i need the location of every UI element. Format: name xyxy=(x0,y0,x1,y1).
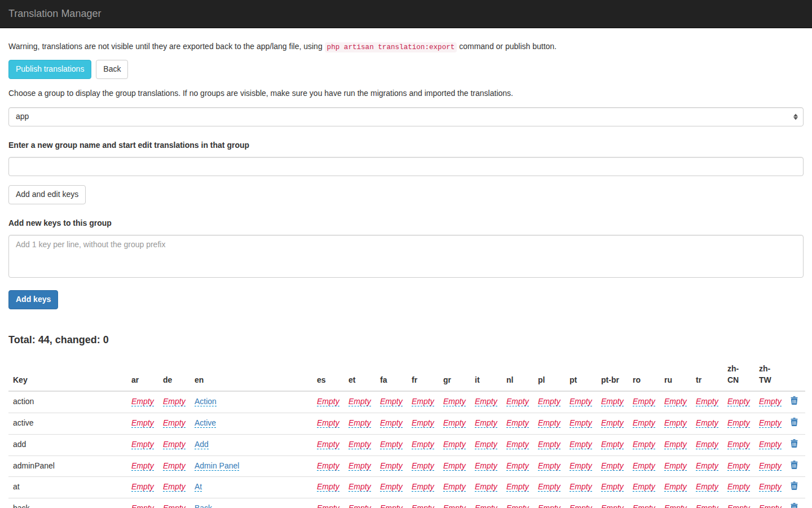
delete-key-button[interactable] xyxy=(791,418,798,426)
empty-translation-link-adminPanel-ar[interactable]: Empty xyxy=(131,461,154,471)
empty-translation-link-action-fr[interactable]: Empty xyxy=(412,397,434,406)
empty-translation-link-active-ar[interactable]: Empty xyxy=(131,418,154,428)
empty-translation-link-active-fa[interactable]: Empty xyxy=(380,418,403,428)
empty-translation-link-at-it[interactable]: Empty xyxy=(475,482,497,492)
empty-translation-link-back-nl[interactable]: Empty xyxy=(506,503,529,508)
empty-translation-link-action-pt[interactable]: Empty xyxy=(570,397,592,406)
empty-translation-link-action-pl[interactable]: Empty xyxy=(538,397,561,406)
empty-translation-link-active-pt-br[interactable]: Empty xyxy=(601,418,624,428)
empty-translation-link-adminPanel-pt-br[interactable]: Empty xyxy=(601,461,624,471)
delete-key-button[interactable] xyxy=(791,439,798,448)
add-and-edit-keys-button[interactable]: Add and edit keys xyxy=(8,185,86,204)
empty-translation-link-back-tr[interactable]: Empty xyxy=(696,503,718,508)
empty-translation-link-at-tr[interactable]: Empty xyxy=(696,482,718,492)
empty-translation-link-at-pl[interactable]: Empty xyxy=(538,482,561,492)
empty-translation-link-at-zh-TW[interactable]: Empty xyxy=(759,482,782,492)
empty-translation-link-adminPanel-es[interactable]: Empty xyxy=(317,461,339,471)
empty-translation-link-adminPanel-it[interactable]: Empty xyxy=(475,461,497,471)
empty-translation-link-at-ru[interactable]: Empty xyxy=(664,482,687,492)
empty-translation-link-action-fa[interactable]: Empty xyxy=(380,397,403,406)
empty-translation-link-action-de[interactable]: Empty xyxy=(163,397,186,406)
empty-translation-link-adminPanel-nl[interactable]: Empty xyxy=(506,461,529,471)
translation-link-adminPanel-en[interactable]: Admin Panel xyxy=(195,461,239,471)
add-keys-button[interactable]: Add keys xyxy=(8,290,58,309)
empty-translation-link-add-et[interactable]: Empty xyxy=(348,440,371,449)
delete-key-button[interactable] xyxy=(791,396,798,405)
empty-translation-link-action-gr[interactable]: Empty xyxy=(443,397,466,406)
empty-translation-link-back-pt-br[interactable]: Empty xyxy=(601,503,624,508)
empty-translation-link-back-fr[interactable]: Empty xyxy=(412,503,434,508)
empty-translation-link-action-zh-CN[interactable]: Empty xyxy=(727,397,750,406)
translation-link-add-en[interactable]: Add xyxy=(195,440,209,449)
empty-translation-link-at-fr[interactable]: Empty xyxy=(412,482,434,492)
empty-translation-link-active-it[interactable]: Empty xyxy=(475,418,497,428)
empty-translation-link-active-gr[interactable]: Empty xyxy=(443,418,466,428)
empty-translation-link-at-fa[interactable]: Empty xyxy=(380,482,403,492)
empty-translation-link-add-fa[interactable]: Empty xyxy=(380,440,403,449)
empty-translation-link-active-pt[interactable]: Empty xyxy=(570,418,592,428)
empty-translation-link-add-pt[interactable]: Empty xyxy=(570,440,592,449)
empty-translation-link-back-fa[interactable]: Empty xyxy=(380,503,403,508)
delete-key-button[interactable] xyxy=(791,461,798,469)
empty-translation-link-back-zh-TW[interactable]: Empty xyxy=(759,503,782,508)
empty-translation-link-add-ro[interactable]: Empty xyxy=(633,440,655,449)
empty-translation-link-at-pt-br[interactable]: Empty xyxy=(601,482,624,492)
empty-translation-link-back-ru[interactable]: Empty xyxy=(664,503,687,508)
empty-translation-link-back-ro[interactable]: Empty xyxy=(633,503,655,508)
empty-translation-link-adminPanel-fr[interactable]: Empty xyxy=(412,461,434,471)
empty-translation-link-active-ru[interactable]: Empty xyxy=(664,418,687,428)
empty-translation-link-back-es[interactable]: Empty xyxy=(317,503,339,508)
empty-translation-link-back-de[interactable]: Empty xyxy=(163,503,186,508)
empty-translation-link-back-et[interactable]: Empty xyxy=(348,503,371,508)
empty-translation-link-add-es[interactable]: Empty xyxy=(317,440,339,449)
empty-translation-link-add-it[interactable]: Empty xyxy=(475,440,497,449)
empty-translation-link-back-zh-CN[interactable]: Empty xyxy=(727,503,750,508)
empty-translation-link-action-ar[interactable]: Empty xyxy=(131,397,154,406)
empty-translation-link-active-pl[interactable]: Empty xyxy=(538,418,561,428)
empty-translation-link-back-gr[interactable]: Empty xyxy=(443,503,466,508)
empty-translation-link-at-ar[interactable]: Empty xyxy=(131,482,154,492)
empty-translation-link-action-it[interactable]: Empty xyxy=(475,397,497,406)
empty-translation-link-at-zh-CN[interactable]: Empty xyxy=(727,482,750,492)
empty-translation-link-at-es[interactable]: Empty xyxy=(317,482,339,492)
empty-translation-link-add-gr[interactable]: Empty xyxy=(443,440,466,449)
translation-link-back-en[interactable]: Back xyxy=(195,503,212,508)
empty-translation-link-action-tr[interactable]: Empty xyxy=(696,397,718,406)
empty-translation-link-active-zh-CN[interactable]: Empty xyxy=(727,418,750,428)
empty-translation-link-add-de[interactable]: Empty xyxy=(163,440,186,449)
empty-translation-link-add-ru[interactable]: Empty xyxy=(664,440,687,449)
empty-translation-link-at-ro[interactable]: Empty xyxy=(633,482,655,492)
empty-translation-link-action-zh-TW[interactable]: Empty xyxy=(759,397,782,406)
delete-key-button[interactable] xyxy=(791,503,798,508)
empty-translation-link-back-pt[interactable]: Empty xyxy=(570,503,592,508)
empty-translation-link-active-nl[interactable]: Empty xyxy=(506,418,529,428)
empty-translation-link-add-tr[interactable]: Empty xyxy=(696,440,718,449)
back-button[interactable]: Back xyxy=(96,60,128,79)
empty-translation-link-active-de[interactable]: Empty xyxy=(163,418,186,428)
translation-link-at-en[interactable]: At xyxy=(195,482,202,492)
empty-translation-link-adminPanel-ro[interactable]: Empty xyxy=(633,461,655,471)
empty-translation-link-active-zh-TW[interactable]: Empty xyxy=(759,418,782,428)
empty-translation-link-adminPanel-pl[interactable]: Empty xyxy=(538,461,561,471)
empty-translation-link-action-ro[interactable]: Empty xyxy=(633,397,655,406)
empty-translation-link-add-zh-CN[interactable]: Empty xyxy=(727,440,750,449)
empty-translation-link-active-tr[interactable]: Empty xyxy=(696,418,718,428)
empty-translation-link-add-pl[interactable]: Empty xyxy=(538,440,561,449)
empty-translation-link-back-ar[interactable]: Empty xyxy=(131,503,154,508)
empty-translation-link-action-es[interactable]: Empty xyxy=(317,397,339,406)
empty-translation-link-adminPanel-tr[interactable]: Empty xyxy=(696,461,718,471)
empty-translation-link-at-nl[interactable]: Empty xyxy=(506,482,529,492)
empty-translation-link-active-et[interactable]: Empty xyxy=(348,418,371,428)
empty-translation-link-back-it[interactable]: Empty xyxy=(475,503,497,508)
empty-translation-link-at-gr[interactable]: Empty xyxy=(443,482,466,492)
empty-translation-link-adminPanel-pt[interactable]: Empty xyxy=(570,461,592,471)
empty-translation-link-active-ro[interactable]: Empty xyxy=(633,418,655,428)
empty-translation-link-active-fr[interactable]: Empty xyxy=(412,418,434,428)
empty-translation-link-action-ru[interactable]: Empty xyxy=(664,397,687,406)
empty-translation-link-at-pt[interactable]: Empty xyxy=(570,482,592,492)
empty-translation-link-adminPanel-zh-TW[interactable]: Empty xyxy=(759,461,782,471)
empty-translation-link-action-pt-br[interactable]: Empty xyxy=(601,397,624,406)
empty-translation-link-adminPanel-ru[interactable]: Empty xyxy=(664,461,687,471)
new-keys-textarea[interactable] xyxy=(8,235,804,278)
empty-translation-link-action-et[interactable]: Empty xyxy=(348,397,371,406)
